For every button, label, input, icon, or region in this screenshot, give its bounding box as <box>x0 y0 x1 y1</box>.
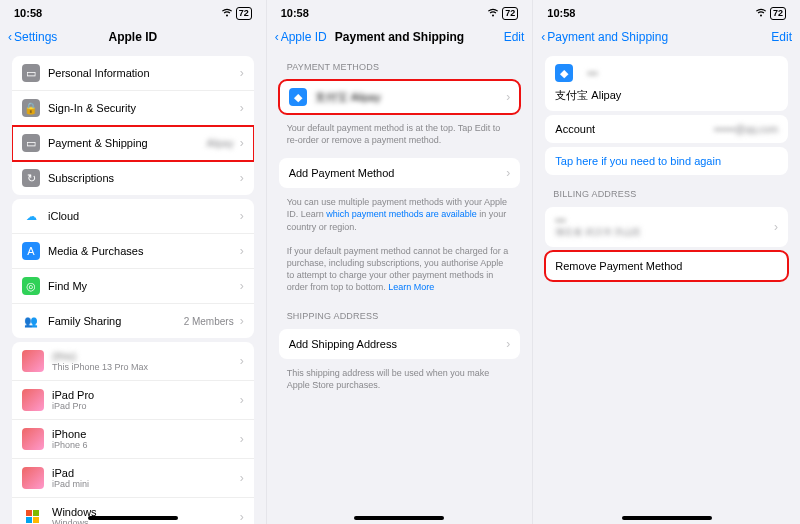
settings-row-payment-shipping[interactable]: ▭Payment & ShippingAlipay› <box>12 126 254 161</box>
windows-icon <box>22 506 44 524</box>
chevron-right-icon: › <box>506 90 510 104</box>
settings-row-sign-in-security[interactable]: 🔒Sign-In & Security› <box>12 91 254 126</box>
row-label: iCloud <box>48 210 236 222</box>
chevron-right-icon: › <box>240 354 244 368</box>
group-account: ▭Personal Information›🔒Sign-In & Securit… <box>12 56 254 195</box>
battery-icon: 72 <box>236 7 252 20</box>
alipay-icon: ◆ <box>289 88 307 106</box>
clock: 10:58 <box>14 7 42 19</box>
settings-row-family-sharing[interactable]: 👥Family Sharing2 Members› <box>12 304 254 338</box>
settings-row-icloud[interactable]: ☁iCloud› <box>12 199 254 234</box>
device-name: iPhone <box>52 428 236 440</box>
chevron-left-icon: ‹ <box>275 30 279 44</box>
nav-bar: ‹ Apple ID Payment and Shipping Edit <box>267 22 533 52</box>
footer-multi: You can use multiple payment methods wit… <box>267 192 533 240</box>
device-thumbnail-icon <box>22 389 44 411</box>
device-name: iPad <box>52 467 236 479</box>
device-thumbnail-icon <box>22 467 44 489</box>
appstore-icon: A <box>22 242 40 260</box>
row-label: Media & Purchases <box>48 245 236 257</box>
status-right: 72 <box>755 7 786 20</box>
row-label: Find My <box>48 280 236 292</box>
remove-payment-method-row[interactable]: Remove Payment Method <box>545 251 788 281</box>
link-learn-more[interactable]: Learn More <box>388 282 434 292</box>
row-label: Subscriptions <box>48 172 236 184</box>
device-row[interactable]: iPadiPad mini› <box>12 459 254 498</box>
findmy-icon: ◎ <box>22 277 40 295</box>
back-button[interactable]: ‹ Payment and Shipping <box>541 30 668 44</box>
row-label: Sign-In & Security <box>48 102 236 114</box>
group-services: ☁iCloud›AMedia & Purchases›◎Find My›👥Fam… <box>12 199 254 338</box>
device-row[interactable]: iPhoneiPhone 6› <box>12 420 254 459</box>
device-row[interactable]: iPad ProiPad Pro› <box>12 381 254 420</box>
account-label: Account <box>555 123 595 135</box>
settings-row-subscriptions[interactable]: ↻Subscriptions› <box>12 161 254 195</box>
chevron-right-icon: › <box>240 101 244 115</box>
cloud-icon: ☁ <box>22 207 40 225</box>
row-label: Personal Information <box>48 67 236 79</box>
svg-rect-3 <box>33 517 39 523</box>
chevron-right-icon: › <box>774 220 778 234</box>
chevron-right-icon: › <box>240 393 244 407</box>
battery-icon: 72 <box>770 7 786 20</box>
settings-row-find-my[interactable]: ◎Find My› <box>12 269 254 304</box>
back-button[interactable]: ‹ Apple ID <box>275 30 327 44</box>
nav-bar: ‹ Settings Apple ID <box>0 22 266 52</box>
nav-bar: ‹ Payment and Shipping Edit <box>533 22 800 52</box>
wifi-icon <box>487 7 499 19</box>
chevron-right-icon: › <box>240 209 244 223</box>
device-thumbnail-icon <box>22 428 44 450</box>
status-bar: 10:58 72 <box>0 0 266 22</box>
link-payment-methods-available[interactable]: which payment methods are available <box>326 209 477 219</box>
screen-apple-id: 10:58 72 ‹ Settings Apple ID ▭Personal I… <box>0 0 267 524</box>
remove-payment-label: Remove Payment Method <box>555 260 778 272</box>
footer-charge-order: If your default payment method cannot be… <box>267 241 533 302</box>
payment-method-name: 支付宝 Alipay <box>315 90 503 105</box>
wifi-icon <box>755 7 767 19</box>
status-bar: 10:58 72 <box>533 0 800 22</box>
add-shipping-row[interactable]: Add Shipping Address › <box>279 329 521 359</box>
alipay-icon: ◆ <box>555 64 573 82</box>
settings-row-media-purchases[interactable]: AMedia & Purchases› <box>12 234 254 269</box>
payment-method-row[interactable]: ◆ 支付宝 Alipay › <box>279 80 521 114</box>
settings-row-personal-information[interactable]: ▭Personal Information› <box>12 56 254 91</box>
device-row[interactable]: (this)This iPhone 13 Pro Max› <box>12 342 254 381</box>
chevron-right-icon: › <box>506 166 510 180</box>
clock: 10:58 <box>281 7 309 19</box>
payment-provider-card: ◆ ••• 支付宝 Alipay <box>545 56 788 111</box>
back-label: Apple ID <box>281 30 327 44</box>
chevron-right-icon: › <box>240 136 244 150</box>
account-value: ••••••@qq.com <box>714 124 778 135</box>
section-header-payment-methods: PAYMENT METHODS <box>267 52 533 76</box>
home-indicator[interactable] <box>622 516 712 520</box>
device-thumbnail-icon <box>22 350 44 372</box>
row-detail: 2 Members <box>184 316 234 327</box>
section-header-shipping: SHIPPING ADDRESS <box>267 301 533 325</box>
add-payment-method-row[interactable]: Add Payment Method › <box>279 158 521 188</box>
row-detail: Alipay <box>206 138 233 149</box>
edit-button[interactable]: Edit <box>771 30 792 44</box>
edit-button[interactable]: Edit <box>504 30 525 44</box>
chevron-right-icon: › <box>240 471 244 485</box>
wifi-icon <box>221 7 233 19</box>
device-name: (this) <box>52 350 236 362</box>
chevron-left-icon: ‹ <box>8 30 12 44</box>
device-row[interactable]: WindowsWindows› <box>12 498 254 524</box>
chevron-right-icon: › <box>240 432 244 446</box>
bind-again-link[interactable]: Tap here if you need to bind again <box>545 147 788 175</box>
chevron-right-icon: › <box>240 171 244 185</box>
svg-rect-0 <box>26 510 32 516</box>
footer-reorder: Your default payment method is at the to… <box>267 118 533 154</box>
billing-address-row[interactable]: ••• 湖北省 武汉市 洪山区 › <box>545 207 788 247</box>
device-name: iPad Pro <box>52 389 236 401</box>
back-button[interactable]: ‹ Settings <box>8 30 57 44</box>
clock: 10:58 <box>547 7 575 19</box>
billing-address-value: 湖北省 武汉市 洪山区 <box>555 226 770 239</box>
section-header-billing: BILLING ADDRESS <box>533 179 800 203</box>
home-indicator[interactable] <box>88 516 178 520</box>
device-model: iPhone 6 <box>52 440 236 450</box>
back-label: Settings <box>14 30 57 44</box>
svg-rect-2 <box>26 517 32 523</box>
home-indicator[interactable] <box>354 516 444 520</box>
payment-provider-name: 支付宝 Alipay <box>555 88 621 103</box>
